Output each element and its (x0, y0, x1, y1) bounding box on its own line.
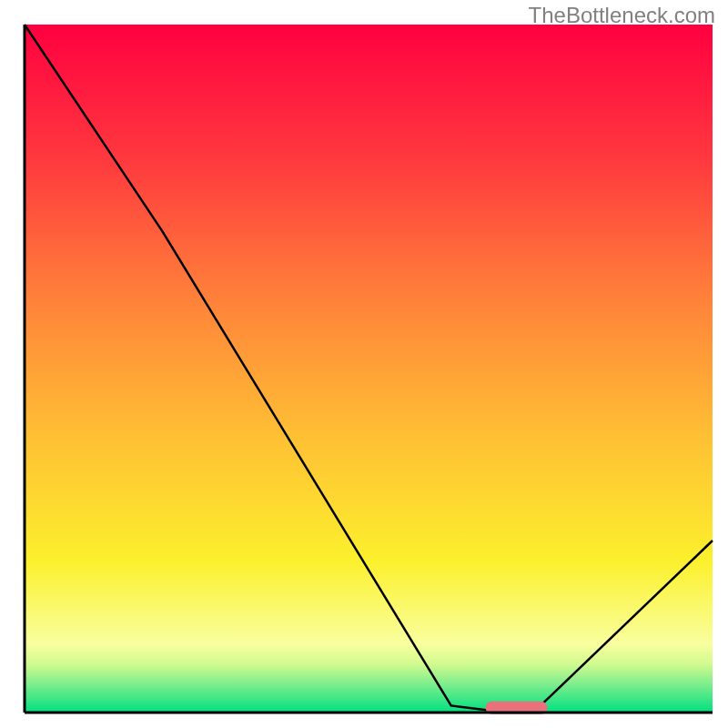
watermark-text: TheBottleneck.com (529, 3, 715, 28)
bottleneck-chart (0, 0, 728, 728)
chart-container: TheBottleneck.com (0, 0, 728, 728)
gradient-background (25, 25, 713, 713)
